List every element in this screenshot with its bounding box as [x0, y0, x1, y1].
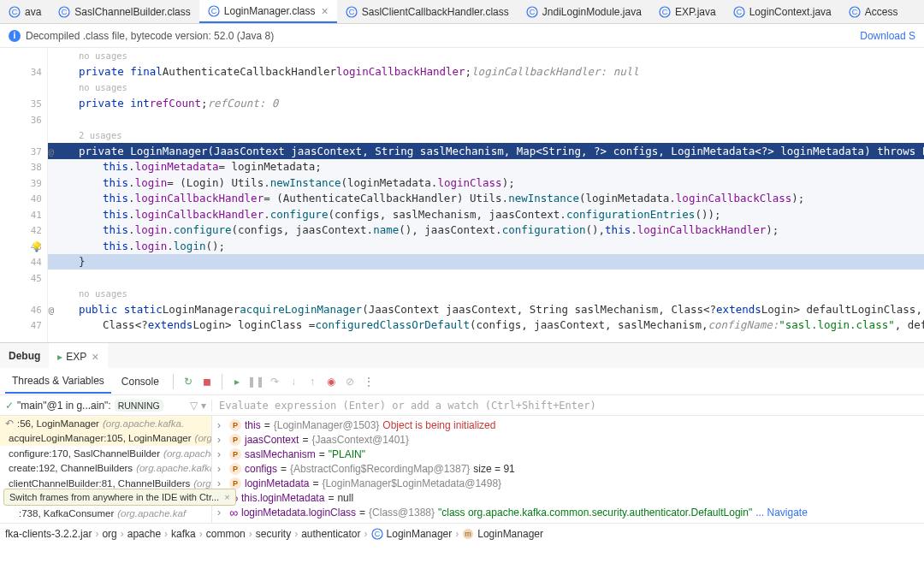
breadcrumb-item[interactable]: LoginManager	[387, 528, 453, 540]
variables-tree[interactable]: ›Pthis = {LoginManager@1503} Object is b…	[212, 416, 924, 523]
close-icon[interactable]: ×	[224, 492, 229, 502]
editor-tab[interactable]: CJndiLoginModule.java	[518, 0, 650, 23]
variable-row[interactable]: ›Pconfigs = {AbstractConfig$RecordingMap…	[212, 461, 924, 476]
run-config-tab[interactable]: ▸ EXP ×	[49, 343, 107, 369]
variable-row[interactable]: ›∞loginMetadata.loginClass = {Class@1388…	[212, 505, 924, 519]
editor-tabs: CavaCSaslChannelBuilder.classCLoginManag…	[0, 0, 924, 24]
editor-tab[interactable]: CLoginContext.java	[725, 0, 840, 23]
editor-tab[interactable]: CSaslChannelBuilder.class	[50, 0, 198, 23]
gutter-line[interactable]	[0, 287, 47, 303]
threads-variables-tab[interactable]: Threads & Variables	[5, 370, 111, 394]
param-icon: P	[229, 463, 241, 475]
editor-tab[interactable]: CSaslClientCallbackHandler.class	[337, 0, 518, 23]
gutter-line[interactable]: 40	[0, 192, 47, 208]
tab-label: LoginManager.class	[224, 5, 316, 17]
variable-row[interactable]: ∞this.login = null	[212, 519, 924, 523]
gutter-line[interactable]: 42	[0, 223, 47, 240]
method-icon: m	[462, 528, 474, 540]
gutter-line[interactable]: 39	[0, 175, 47, 192]
gutter-line[interactable]: 44	[0, 255, 47, 271]
gutter-line[interactable]: 34	[0, 65, 47, 81]
view-breakpoints-icon[interactable]: ◉	[323, 374, 339, 389]
code-editor[interactable]: 34353637@383940414243💡444546@47 no usage…	[0, 48, 924, 342]
step-into-icon[interactable]: ↓	[286, 374, 301, 389]
chevron-down-icon[interactable]: ▾	[201, 400, 206, 412]
stack-frame[interactable]: acquireLoginManager:105, LoginManager (o…	[0, 431, 211, 447]
eval-row: ✓ "main"@1 in g...ain": RUNNING ▽ ▾ Eval…	[0, 395, 924, 416]
gutter-line[interactable]: 46@	[0, 302, 47, 318]
more-icon[interactable]: ⋮	[361, 374, 376, 389]
step-out-icon[interactable]: ↑	[305, 374, 320, 389]
gutter-line[interactable]: 35	[0, 97, 47, 113]
rerun-icon[interactable]: ↻	[181, 374, 196, 389]
info-icon: i	[9, 30, 21, 42]
expand-arrow-icon[interactable]: ›	[217, 477, 226, 489]
tab-label: SaslClientCallbackHandler.class	[362, 6, 509, 18]
expand-arrow-icon[interactable]: ›	[217, 507, 226, 519]
stack-frame[interactable]: configure:170, SaslChannelBuilder (org.a…	[0, 446, 211, 461]
svg-text:C: C	[348, 8, 354, 16]
usage-hint: 2 usages	[79, 130, 122, 140]
class-icon: C	[371, 528, 383, 540]
class-icon: C	[9, 6, 21, 18]
pause-icon[interactable]: ❚❚	[248, 374, 264, 389]
editor-tab[interactable]: CLoginManager.class×	[199, 0, 337, 23]
editor-tab[interactable]: Cava	[0, 0, 50, 23]
breadcrumb-item[interactable]: security	[256, 528, 291, 540]
gutter-line[interactable]: 43💡	[0, 239, 47, 255]
navigate-link[interactable]: ... Navigate	[755, 507, 808, 519]
breadcrumb-item[interactable]: authenticator	[301, 528, 360, 540]
breadcrumb-item[interactable]: org	[102, 528, 116, 540]
breadcrumb-item[interactable]: fka-clients-3.2.2.jar	[5, 528, 92, 540]
svg-text:C: C	[662, 8, 668, 16]
resume-icon[interactable]: ▸	[229, 374, 245, 389]
close-icon[interactable]: ×	[322, 4, 329, 18]
breadcrumb-item[interactable]: common	[206, 528, 246, 540]
svg-text:C: C	[211, 7, 217, 15]
evaluate-expression-input[interactable]: Evaluate expression (Enter) or add a wat…	[212, 400, 924, 412]
step-over-icon[interactable]: ↷	[267, 374, 282, 389]
gutter-line[interactable]: 45	[0, 270, 47, 287]
console-tab[interactable]: Console	[115, 370, 166, 393]
stop-icon[interactable]: ◼	[199, 374, 215, 389]
variable-row[interactable]: ›PsaslMechanism = "PLAIN"	[212, 447, 924, 461]
expand-arrow-icon[interactable]: ›	[217, 434, 226, 446]
breadcrumb[interactable]: fka-clients-3.2.2.jar›org›apache›kafka›c…	[0, 523, 924, 543]
thread-selector[interactable]: ✓ "main"@1 in g...ain": RUNNING ▽ ▾	[0, 400, 212, 412]
gutter-line[interactable]	[0, 80, 47, 97]
variable-row[interactable]: ›PloginMetadata = {LoginManager$LoginMet…	[212, 476, 924, 490]
expand-arrow-icon[interactable]: ›	[217, 448, 226, 460]
code-area[interactable]: no usages private final AuthenticateCall…	[48, 48, 924, 342]
gutter-line[interactable]: 47	[0, 318, 47, 335]
expand-arrow-icon[interactable]: ›	[217, 419, 226, 431]
breadcrumb-item[interactable]: apache	[127, 528, 161, 540]
intention-bulb-icon[interactable]: 💡	[31, 241, 43, 252]
highlighted-line[interactable]: private LoginManager(JaasContext jaasCon…	[48, 143, 924, 159]
variable-row[interactable]: ∞this.loginMetadata = null	[212, 490, 924, 505]
gutter-line[interactable]: 41	[0, 207, 47, 223]
close-icon[interactable]: ×	[92, 350, 98, 364]
gutter-line[interactable]: 38	[0, 160, 47, 176]
filter-icon[interactable]: ▽	[190, 400, 198, 412]
gutter-line[interactable]	[0, 49, 47, 65]
stack-frame[interactable]: ↶:56, LoginManager (org.apache.kafka.	[0, 416, 211, 431]
gutter-line[interactable]: 37@	[0, 144, 47, 160]
breadcrumb-item[interactable]: LoginManager	[477, 528, 543, 540]
debug-toolbar: Threads & Variables Console ↻ ◼ ▸ ❚❚ ↷ ↓…	[0, 368, 924, 395]
variable-row[interactable]: ›PjaasContext = {JaasContext@1401}	[212, 432, 924, 447]
param-icon: P	[229, 477, 241, 489]
mute-breakpoints-icon[interactable]: ⊘	[342, 374, 358, 389]
crumb-separator: ›	[249, 528, 252, 540]
expand-arrow-icon[interactable]: ›	[217, 463, 226, 475]
stack-frame[interactable]: :738, KafkaConsumer (org.apache.kaf	[0, 506, 211, 521]
stack-frame[interactable]: create:192, ChannelBuilders (org.apache.…	[0, 461, 211, 477]
gutter-line[interactable]: 36	[0, 112, 47, 128]
editor-tab[interactable]: CEXP.java	[650, 0, 725, 23]
editor-tab[interactable]: CAccess	[840, 0, 907, 23]
variable-row[interactable]: ›Pthis = {LoginManager@1503} Object is b…	[212, 418, 924, 432]
breadcrumb-item[interactable]: kafka	[171, 528, 196, 540]
gutter-line[interactable]	[0, 128, 47, 145]
download-sources-link[interactable]: Download S	[860, 30, 915, 42]
frames-list[interactable]: ↶:56, LoginManager (org.apache.kafka.acq…	[0, 416, 212, 523]
debug-label: Debug	[0, 345, 49, 367]
